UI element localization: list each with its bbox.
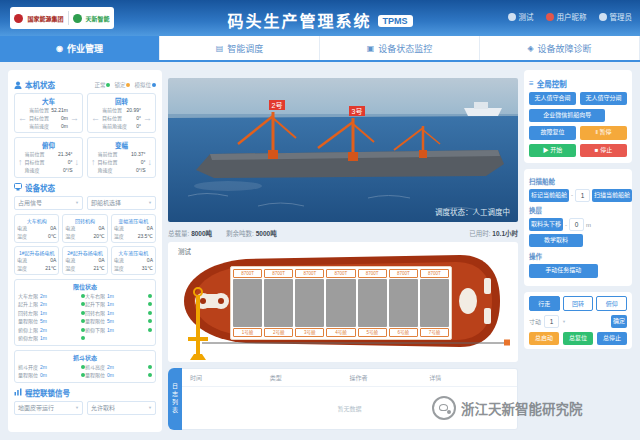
current-hold-input[interactable]: [575, 189, 590, 202]
role-admin-item[interactable]: 管理员: [599, 11, 633, 22]
worker-icon: ◉: [56, 44, 63, 53]
hatch-cover: [420, 279, 449, 327]
limit-ok-dot: [148, 365, 152, 369]
scan-operation-card: 扫描船舱 标记当前船舱 - 扫描当前船舱 换层 取料头下移 - m 教学取料 操…: [524, 169, 632, 286]
watermark-logo: [432, 396, 456, 420]
arrow-left-icon[interactable]: ←: [18, 114, 27, 123]
ship-holds: 8700T1号舱 8700T2号舱 8700T3号舱 8700T4号舱 8700…: [230, 266, 452, 340]
start-button[interactable]: ▶ 开始: [529, 144, 576, 157]
user-nickname-item[interactable]: 用户昵称: [546, 11, 587, 22]
chevron-down-icon: ▼: [75, 405, 79, 410]
change-layer-label: 换层: [529, 205, 627, 215]
allow-reclaim-select[interactable]: 允许取料▼: [87, 401, 156, 415]
jog-axis-chips: 行走 回转 俯仰: [529, 296, 627, 311]
header-user-area: 测试 用户昵称 管理员: [508, 11, 633, 22]
svg-text:2号: 2号: [272, 102, 283, 110]
arrow-down-icon[interactable]: ↓: [148, 158, 153, 167]
hold-1[interactable]: 8700T1号舱: [233, 269, 262, 337]
simulated-dot: [152, 83, 156, 87]
log-table-header: 时间 类型 操作者 详情: [182, 369, 517, 387]
limit-ok-dot: [148, 302, 152, 306]
arrow-up-icon[interactable]: ↑: [91, 158, 96, 167]
meter-unit-label: m: [586, 222, 591, 228]
layer-depth-input[interactable]: [569, 218, 584, 231]
measure-endpoint: [504, 340, 510, 346]
unattended-close-switch-button[interactable]: 无人值守合闸: [529, 92, 576, 105]
limit-status-card: 限位状态 大车左限2m 大车右限1m 起升上限2m 起升下限1m 回转左限1m …: [14, 279, 156, 346]
motor-card: 大车液压电机 电流0A 温度31℃: [111, 246, 156, 275]
master-start-button[interactable]: 总启动: [529, 332, 559, 345]
chevron-down-icon[interactable]: ▼: [562, 319, 566, 324]
arrow-up-icon[interactable]: ↑: [18, 158, 23, 167]
arrow-left-icon[interactable]: ←: [91, 114, 100, 123]
mark-current-hold-button[interactable]: 标记当前船舱: [529, 189, 569, 202]
signal-select[interactable]: 占用信号▼: [14, 196, 83, 210]
status-legend: 正常 锁定 模拟位: [94, 81, 156, 89]
limit-ok-dot: [148, 311, 152, 315]
fault-reset-button[interactable]: 故障复位: [529, 126, 576, 139]
hold-5[interactable]: 8700T5号舱: [358, 269, 387, 337]
hold-2[interactable]: 8700T2号舱: [264, 269, 293, 337]
hold-7[interactable]: 8700T7号舱: [420, 269, 449, 337]
hold-6[interactable]: 8700T6号舱: [389, 269, 418, 337]
3d-scene-view[interactable]: 2号 3号 调度状态：人工调度中: [168, 78, 518, 222]
svg-text:3号: 3号: [352, 108, 363, 116]
chevron-down-icon: ▼: [148, 200, 152, 205]
ground-belt-select[interactable]: 地面皮带运行▼: [14, 401, 83, 415]
arrow-right-icon[interactable]: →: [70, 114, 79, 123]
app-header: 国家能源集团 天新智能 码头生产管理系统TPMS 测试 用户昵称 管理员: [0, 0, 640, 36]
master-stop-button[interactable]: 总停止: [597, 332, 627, 345]
motor-card: 2#起升卷扬电机 电流0A 温度21℃: [62, 246, 107, 275]
motion-card-gantry: 大车 ← 当前位置52.21m 目标位置0m 当前速度0m →: [14, 93, 83, 133]
master-reset-button[interactable]: 总复位: [563, 332, 593, 345]
jog-control-card: 行走 回转 俯仰 寸动 ▼ 确定 总启动 总复位 总停止: [524, 292, 632, 349]
jog-confirm-button[interactable]: 确定: [611, 315, 627, 328]
jog-label: 寸动: [529, 317, 541, 326]
wechat-guide-button[interactable]: 企业微信抓船向导: [529, 109, 605, 122]
test-mode-item[interactable]: 测试: [508, 11, 534, 22]
total-load-value: 8000吨: [191, 230, 212, 237]
scan-hold-label: 扫描船舱: [529, 176, 627, 186]
scan-current-hold-button[interactable]: 扫描当前船舱: [592, 189, 632, 202]
person-status-icon: [14, 81, 22, 89]
stop-button[interactable]: ■ 停止: [580, 144, 627, 157]
unattended-open-switch-button[interactable]: 无人值守分闸: [580, 92, 627, 105]
locked-dot: [126, 83, 130, 87]
pause-button[interactable]: ‖ 暂停: [580, 126, 627, 139]
motion-cards: 大车 ← 当前位置52.21m 目标位置0m 当前速度0m → 回转 ← 当前位…: [14, 93, 156, 178]
jog-pitch-chip[interactable]: 俯仰: [596, 296, 627, 311]
jog-step-input[interactable]: [544, 315, 559, 328]
avatar-icon: [546, 13, 554, 21]
jog-slew-chip[interactable]: 回转: [563, 296, 594, 311]
interlock-header: 程控联锁信号: [14, 387, 156, 398]
manual-task-swing-button[interactable]: 手动任务摆动: [529, 264, 598, 277]
chevron-down-icon: ▼: [75, 200, 79, 205]
arrow-right-icon[interactable]: →: [143, 114, 152, 123]
equipment-status-header: 设备状态: [14, 182, 156, 193]
hatch-cover: [326, 279, 355, 327]
hold-3[interactable]: 8700T3号舱: [295, 269, 324, 337]
motion-card-luff: 变幅 ↑ 当前位置10.37° 目标位置0° 角速度0°/S ↓: [87, 137, 156, 177]
page-title-text: 码头生产管理系统: [227, 13, 371, 30]
teach-reclaim-button[interactable]: 教学取料: [529, 234, 583, 247]
hatch-cover: [389, 279, 418, 327]
tab-job-management[interactable]: ◉作业管理: [0, 36, 160, 60]
hatch-cover: [233, 279, 262, 327]
motor-card: 回转机构 电流0A 温度20℃: [62, 214, 107, 243]
tab-fault-diagnosis[interactable]: ◈设备故障诊断: [480, 36, 640, 60]
tab-smart-dispatch[interactable]: ▤智能调度: [160, 36, 320, 60]
tab-equipment-monitor[interactable]: ▣设备状态监控: [320, 36, 480, 60]
unloading-stats: 总载量: 8000吨 剩余吨数: 5000吨 已用时: 10.1小时: [168, 226, 518, 240]
person-icon: [599, 13, 607, 21]
log-list-tab[interactable]: 日志列表: [168, 368, 182, 430]
grab-status-card: 抓斗状态 抓斗开度2m 抓斗高度2m 量程限位0m 量程限位0m: [14, 350, 156, 383]
motion-card-pitch: 俯仰 ↑ 当前位置21.34° 目标位置0° 角速度0°/S ↓: [14, 137, 83, 177]
wrench-icon: ◈: [527, 44, 533, 53]
hold-4[interactable]: 8700T4号舱: [326, 269, 355, 337]
remaining-tons-value: 5000吨: [256, 230, 277, 237]
reclaimer-head-down-button[interactable]: 取料头下移: [529, 218, 563, 231]
arrow-down-icon[interactable]: ↓: [75, 158, 80, 167]
motor-cards: 大车机构 电流0A 温度0℃ 回转机构 电流0A 温度20℃ 变幅液压电机 电流…: [14, 214, 156, 275]
unloader-select[interactable]: 卸船机选择▼: [87, 196, 156, 210]
jog-travel-chip[interactable]: 行走: [529, 296, 560, 311]
